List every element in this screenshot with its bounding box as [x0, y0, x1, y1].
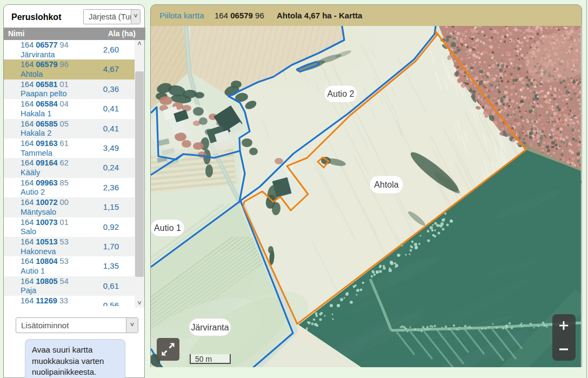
svg-text:Autio 1: Autio 1 [154, 223, 181, 233]
svg-text:50 m: 50 m [195, 355, 212, 363]
svg-text:Ahtola: Ahtola [374, 180, 398, 189]
svg-text:Järviranta: Järviranta [191, 323, 229, 332]
svg-text:Autio 2: Autio 2 [328, 89, 355, 98]
